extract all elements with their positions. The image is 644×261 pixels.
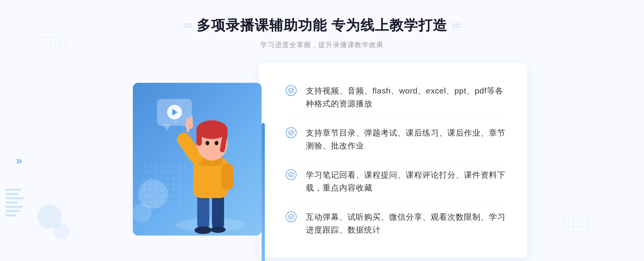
- header-section: 多项录播课辅助功能 专为线上教学打造 学习进度全掌握，提升录播课教学效果: [184, 0, 460, 50]
- feature-text-4: 互动弹幕、试听购买、微信分享、观看次数限制、学习进度跟踪、数据统计: [306, 211, 506, 236]
- svg-rect-16: [186, 118, 189, 128]
- circle-deco-2: [133, 203, 152, 222]
- left-blue-bar: [262, 123, 265, 261]
- check-icon-3: [286, 169, 297, 180]
- feature-item-2: 支持章节目录、弹题考试、课后练习、课后作业、章节测验、批改作业: [286, 118, 506, 161]
- svg-point-22: [289, 130, 294, 135]
- person-figure: ✦ ✦: [168, 102, 254, 236]
- left-nav-arrow[interactable]: »: [16, 154, 22, 166]
- illustration-bg: ✦ ✦: [133, 83, 262, 236]
- svg-point-21: [289, 88, 294, 93]
- header-title-row: 多项录播课辅助功能 专为线上教学打造: [184, 16, 460, 35]
- feature-text-2: 支持章节目录、弹题考试、课后练习、课后作业、章节测验、批改作业: [306, 126, 506, 152]
- feature-text-1: 支持视频、音频、flash、word、excel、ppt、pdf等各种格式的资源…: [306, 84, 506, 110]
- title-deco-left: [184, 23, 191, 28]
- svg-rect-17: [190, 116, 193, 128]
- subtitle: 学习进度全掌握，提升录播课教学效果: [184, 40, 460, 50]
- main-title: 多项录播课辅助功能 专为线上教学打造: [197, 16, 447, 35]
- feature-item-4: 互动弹幕、试听购买、微信分享、观看次数限制、学习进度跟踪、数据统计: [286, 203, 506, 244]
- svg-rect-11: [196, 130, 202, 146]
- svg-rect-1: [197, 193, 209, 230]
- content-area: »: [0, 63, 644, 258]
- svg-point-4: [211, 226, 226, 233]
- title-deco-right: [453, 23, 460, 28]
- check-icon-4: [286, 211, 297, 222]
- svg-point-13: [206, 141, 209, 145]
- svg-rect-2: [212, 193, 224, 230]
- feature-item-3: 学习笔记回看、课程提问、课程评论打分、课件资料下载，重点内容收藏: [286, 161, 506, 203]
- svg-text:✦: ✦: [174, 120, 178, 124]
- illustration-wrapper: ✦ ✦: [117, 77, 267, 244]
- check-icon-1: [286, 85, 297, 96]
- svg-rect-18: [186, 128, 189, 132]
- svg-text:✦: ✦: [178, 111, 183, 117]
- svg-point-23: [289, 172, 294, 177]
- bg-dots-top-left: [40, 27, 68, 49]
- svg-point-3: [195, 226, 212, 234]
- check-icon-2: [286, 127, 297, 138]
- svg-point-24: [289, 214, 294, 219]
- feature-text-3: 学习笔记回看、课程提问、课程评论打分、课件资料下载，重点内容收藏: [306, 169, 506, 194]
- svg-rect-8: [221, 163, 233, 190]
- feature-item-1: 支持视频、音频、flash、word、excel、ppt、pdf等各种格式的资源…: [286, 76, 506, 118]
- svg-point-14: [215, 141, 218, 145]
- page-container: 多项录播课辅助功能 专为线上教学打造 学习进度全掌握，提升录播课教学效果 »: [0, 0, 644, 261]
- content-card: 支持视频、音频、flash、word、excel、ppt、pdf等各种格式的资源…: [259, 63, 527, 258]
